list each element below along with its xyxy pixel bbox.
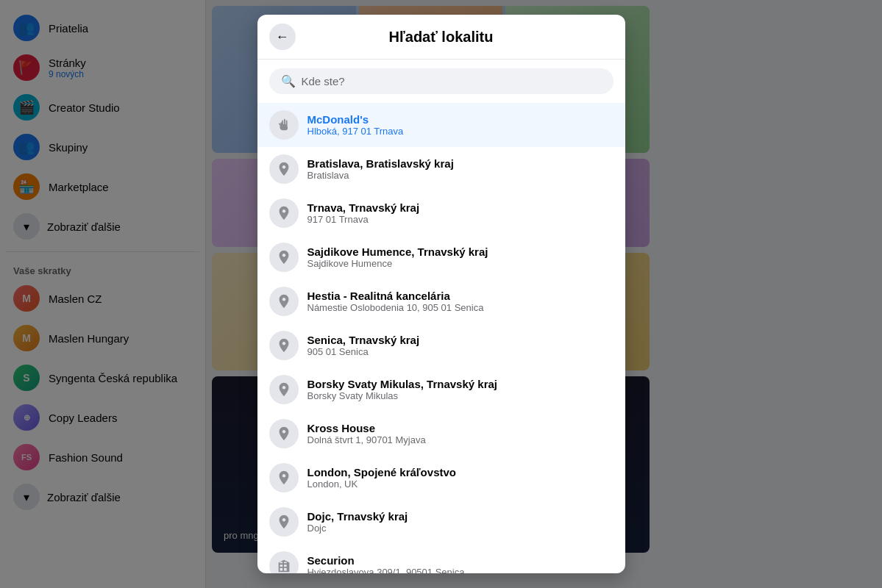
location-name-sajdikove: Sajdikove Humence, Trnavský kraj: [307, 245, 488, 258]
location-text-kross-house: Kross HouseDolná štvrt 1, 90701 Myjava: [307, 422, 426, 445]
location-item-bratislava[interactable]: Bratislava, Bratislavský krajBratislava: [257, 147, 625, 191]
location-name-trnava: Trnava, Trnavský kraj: [307, 201, 420, 214]
location-item-hestia[interactable]: Hestia - Realitná kanceláriaNámestie Osl…: [257, 279, 625, 323]
location-text-hestia: Hestia - Realitná kanceláriaNámestie Osl…: [307, 290, 484, 313]
location-item-trnava[interactable]: Trnava, Trnavský kraj917 01 Trnava: [257, 191, 625, 235]
location-sub-kross-house: Dolná štvrt 1, 90701 Myjava: [307, 434, 426, 445]
location-name-bratislava: Bratislava, Bratislavský kraj: [307, 157, 454, 170]
location-item-kross-house[interactable]: Kross HouseDolná štvrt 1, 90701 Myjava: [257, 412, 625, 456]
location-text-sajdikove: Sajdikove Humence, Trnavský krajSajdikov…: [307, 245, 488, 269]
location-sub-trnava: 917 01 Trnava: [307, 214, 420, 225]
location-text-borsky: Borsky Svaty Mikulas, Trnavský krajBorsk…: [307, 378, 497, 401]
location-text-mcdonalds: McDonald'sHlboká, 917 01 Trnava: [307, 113, 404, 137]
location-text-senica: Senica, Trnavský kraj905 01 Senica: [307, 334, 420, 357]
pin-icon: [269, 375, 299, 404]
back-button[interactable]: ←: [269, 24, 296, 50]
pin-icon: [269, 287, 299, 316]
search-box[interactable]: 🔍: [269, 68, 614, 94]
location-name-london: London, Spojené kráľovstvo: [307, 466, 456, 478]
modal-header: ← Hľadať lokalitu: [257, 15, 625, 60]
location-item-borsky[interactable]: Borsky Svaty Mikulas, Trnavský krajBorsk…: [257, 368, 625, 412]
location-item-london[interactable]: London, Spojené kráľovstvoLondon, UK: [257, 456, 625, 500]
location-text-securion: SecurionHviezdoslavova 309/1, 90501 Seni…: [307, 554, 465, 573]
location-sub-senica: 905 01 Senica: [307, 346, 420, 357]
location-text-trnava: Trnava, Trnavský kraj917 01 Trnava: [307, 201, 420, 225]
pin-icon: [269, 154, 299, 184]
location-sub-bratislava: Bratislava: [307, 170, 454, 181]
location-sub-sajdikove: Sajdikove Humence: [307, 258, 488, 269]
hand-icon: [269, 110, 299, 140]
location-item-senica[interactable]: Senica, Trnavský kraj905 01 Senica: [257, 323, 625, 368]
pin-icon: [269, 198, 299, 228]
location-sub-london: London, UK: [307, 478, 456, 490]
location-sub-mcdonalds: Hlboká, 917 01 Trnava: [307, 126, 404, 137]
pin-icon: [269, 419, 299, 448]
location-name-securion: Securion: [307, 554, 465, 567]
location-sub-hestia: Námestie Oslobodenia 10, 905 01 Senica: [307, 302, 484, 313]
pin-icon: [269, 243, 299, 272]
location-name-senica: Senica, Trnavský kraj: [307, 334, 420, 346]
pin-icon: [269, 463, 299, 492]
modal-title: Hľadať lokalitu: [296, 29, 587, 46]
location-item-mcdonalds[interactable]: McDonald'sHlboká, 917 01 Trnava: [257, 103, 625, 147]
pin-icon: [269, 331, 299, 360]
location-item-securion[interactable]: SecurionHviezdoslavova 309/1, 90501 Seni…: [257, 544, 625, 573]
modal-overlay[interactable]: ← Hľadať lokalitu 🔍 McDonald'sHlboká, 91…: [0, 0, 882, 588]
location-sub-securion: Hviezdoslavova 309/1, 90501 Senica: [307, 567, 465, 573]
location-name-dojc: Dojc, Trnavský kraj: [307, 510, 408, 523]
search-input[interactable]: [302, 75, 602, 87]
location-name-hestia: Hestia - Realitná kancelária: [307, 290, 484, 302]
location-text-dojc: Dojc, Trnavský krajDojc: [307, 510, 408, 534]
search-icon: 🔍: [281, 74, 296, 88]
location-item-dojc[interactable]: Dojc, Trnavský krajDojc: [257, 500, 625, 544]
location-text-bratislava: Bratislava, Bratislavský krajBratislava: [307, 157, 454, 181]
location-sub-borsky: Borsky Svaty Mikulas: [307, 390, 497, 401]
location-name-borsky: Borsky Svaty Mikulas, Trnavský kraj: [307, 378, 497, 390]
location-sub-dojc: Dojc: [307, 523, 408, 534]
location-search-modal: ← Hľadať lokalitu 🔍 McDonald'sHlboká, 91…: [257, 15, 625, 573]
location-text-london: London, Spojené kráľovstvoLondon, UK: [307, 466, 456, 490]
back-arrow-icon: ←: [276, 29, 289, 45]
building-icon: [269, 551, 299, 573]
location-name-mcdonalds: McDonald's: [307, 113, 404, 126]
location-item-sajdikove[interactable]: Sajdikove Humence, Trnavský krajSajdikov…: [257, 235, 625, 279]
location-list: McDonald'sHlboká, 917 01 TrnavaBratislav…: [257, 103, 625, 573]
pin-icon: [269, 507, 299, 537]
location-name-kross-house: Kross House: [307, 422, 426, 434]
